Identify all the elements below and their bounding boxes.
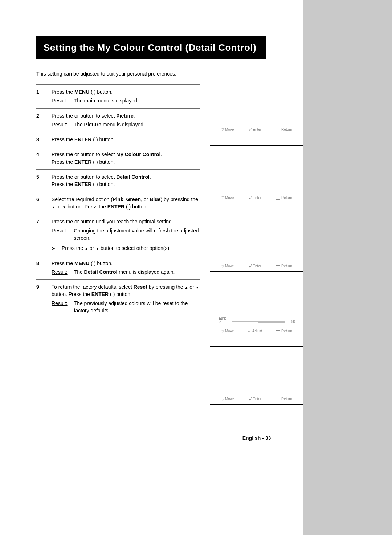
step-number: 9 <box>36 283 44 314</box>
step-text: . <box>160 151 162 157</box>
result-label: Result: <box>52 97 68 104</box>
note-text: or <box>88 245 95 251</box>
osd-hint-move: Move <box>225 329 234 333</box>
step-row: 9 To return the factory defaults, select… <box>36 280 200 318</box>
step-text: ( ) button. <box>89 260 113 266</box>
step-body: Press the MENU ( ) button. Result: The m… <box>52 88 200 105</box>
step-text: or <box>55 204 62 210</box>
osd-panel-adjust: Pink 50 Move Adjust Return <box>210 282 303 336</box>
osd-hint-bar: Move Adjust Return <box>214 329 299 333</box>
step-row: 1 Press the MENU ( ) button. Result: The… <box>36 85 200 109</box>
step-number: 7 <box>36 218 44 252</box>
osd-panel: Move Enter Return <box>210 346 303 405</box>
note-text: Press the or button to select other opti… <box>62 244 171 252</box>
option-my-colour-control: My Colour Control <box>116 151 160 157</box>
enter-icon <box>248 264 252 268</box>
steps-list: 1 Press the MENU ( ) button. Result: The… <box>36 84 200 318</box>
osd-hint-enter: Enter <box>253 127 261 131</box>
osd-panel: Move Enter Return <box>210 145 303 203</box>
option-detail-control: Detail Control <box>84 269 118 275</box>
step-text: Press the <box>52 260 74 266</box>
enter-button-label: ENTER <box>91 291 109 297</box>
step-text: , or <box>141 196 150 202</box>
result-label: Result: <box>52 227 68 242</box>
enter-button-label: ENTER <box>74 159 91 165</box>
osd-hint-move: Move <box>225 196 234 200</box>
step-number: 8 <box>36 260 44 276</box>
page-margin <box>303 0 392 535</box>
step-text: ( ) button. <box>89 89 113 95</box>
note-arrow-icon <box>52 244 57 252</box>
enter-button-label: ENTER <box>74 137 91 142</box>
option-picture: Picture <box>84 122 101 127</box>
page-footer: English - 33 <box>210 435 303 441</box>
osd-hint-return: Return <box>281 196 292 200</box>
move-icon <box>221 196 224 200</box>
option-pink: Pink <box>113 196 123 202</box>
osd-panel: Move Enter Return <box>210 77 303 135</box>
step-row: 3 Press the ENTER ( ) button. <box>36 132 200 147</box>
step-text: . <box>134 113 135 119</box>
arrow-up-icon <box>85 245 88 251</box>
return-icon <box>276 197 280 200</box>
result-text: The main menu is displayed. <box>74 97 200 104</box>
step-body: Press the or button to select Picture. R… <box>52 112 200 129</box>
step-body: Press the ENTER ( ) button. <box>52 136 200 143</box>
step-number: 5 <box>36 173 44 188</box>
result-text: The <box>74 122 84 127</box>
step-text: button. Press the <box>52 291 91 297</box>
osd-slider <box>232 321 285 322</box>
step-number: 3 <box>36 136 44 143</box>
step-text: or <box>188 284 195 290</box>
step-text: ( ) button. <box>124 204 148 210</box>
move-icon <box>221 397 224 401</box>
osd-slider-value: 50 <box>291 320 295 324</box>
step-number: 4 <box>36 151 44 166</box>
step-text: Press the or button to select <box>52 113 116 119</box>
result-text: menu is displayed again. <box>117 269 175 275</box>
step-text: by pressing the <box>147 284 185 290</box>
step-text: Press the <box>52 159 74 165</box>
intro-text: This setting can be adjusted to suit you… <box>36 71 176 77</box>
arrow-down-icon <box>95 245 99 251</box>
osd-panel: Move Enter Return <box>210 214 303 272</box>
osd-hint-bar: Move Enter Return <box>214 127 299 132</box>
step-row: 8 Press the MENU ( ) button. Result: The… <box>36 256 200 280</box>
enter-icon <box>248 195 252 200</box>
osd-hint-bar: Move Enter Return <box>214 397 299 401</box>
enter-button-label: ENTER <box>107 204 124 210</box>
osd-hint-move: Move <box>225 127 234 131</box>
step-row: 5 Press the or button to select Detail C… <box>36 170 200 192</box>
step-body: Press the or button to select Detail Con… <box>52 173 200 188</box>
result-text: Changing the adjustment value will refre… <box>74 227 200 242</box>
osd-hint-move: Move <box>225 264 234 268</box>
step-text: ) by pressing the <box>160 196 198 202</box>
step-text: ( ) button. <box>91 181 115 187</box>
move-icon <box>221 264 224 268</box>
arrow-down-icon <box>62 204 66 210</box>
return-icon <box>276 398 280 401</box>
move-icon <box>221 329 224 333</box>
step-body: Press the MENU ( ) button. Result: The D… <box>52 260 200 276</box>
step-text: button. Press the <box>66 204 107 210</box>
step-body: Select the required option (Pink, Green,… <box>52 196 200 211</box>
step-number: 2 <box>36 112 44 129</box>
result-text: The <box>74 269 84 275</box>
step-text: Press the <box>52 89 74 95</box>
step-row: 2 Press the or button to select Picture.… <box>36 109 200 133</box>
enter-icon <box>248 397 252 401</box>
result-text: The Picture menu is displayed. <box>74 121 200 128</box>
osd-hint-bar: Move Enter Return <box>214 195 299 200</box>
section-title-bar: Setting the My Colour Control (Detail Co… <box>36 36 266 59</box>
osd-hint-return: Return <box>281 329 292 333</box>
step-body: Press the or button to select My Colour … <box>52 151 200 166</box>
step-row: 4 Press the or button to select My Colou… <box>36 147 200 170</box>
result-text: The Detail Control menu is displayed aga… <box>74 268 200 276</box>
option-green: Green <box>126 196 140 202</box>
result-text: menu is displayed. <box>101 122 145 127</box>
arrow-down-icon <box>196 284 199 290</box>
step-text: Press the or button to select <box>52 174 116 180</box>
move-icon <box>221 127 224 131</box>
arrow-up-icon <box>185 284 188 290</box>
step-row: 7 Press the or button until you reach th… <box>36 214 200 256</box>
